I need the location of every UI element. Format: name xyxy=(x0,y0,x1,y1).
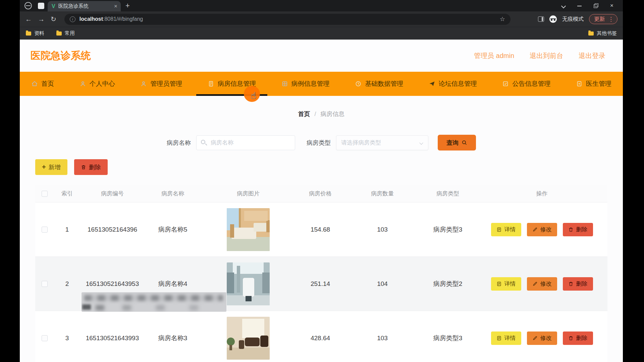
tab-group-icon[interactable] xyxy=(38,3,44,9)
detail-button[interactable]: 详情 xyxy=(491,277,521,291)
ward-type-label: 病房类型 xyxy=(307,139,331,147)
cell-ward-code: 165130521643993 xyxy=(80,335,144,342)
bookmark-folder-changyong[interactable]: 常用 xyxy=(56,30,75,37)
browser-window: V 医院急诊系统 × + × ← → ↻ i localhost :8081/#… xyxy=(20,0,623,362)
nav-label: 医生管理 xyxy=(586,79,611,88)
current-user: 管理员 admin xyxy=(474,51,514,60)
edit-button[interactable]: 修改 xyxy=(527,223,557,236)
add-button[interactable]: + 新增 xyxy=(35,159,67,175)
home-icon xyxy=(31,80,38,87)
nav-item-doctor-mgmt[interactable]: 医生管理 xyxy=(575,72,613,96)
nav-item-notice-info-mgmt[interactable]: 公告信息管理 xyxy=(501,72,552,96)
breadcrumb-current: 病房信息 xyxy=(321,110,345,118)
row-checkbox[interactable] xyxy=(42,281,48,287)
nav-item-home[interactable]: 首页 xyxy=(30,72,55,96)
trash-icon xyxy=(568,281,574,287)
ward-table: 索引 病房编号 病房名称 病房图片 病房价格 病房数量 病房类型 操作 1 16… xyxy=(35,185,607,362)
forward-button[interactable]: → xyxy=(38,15,45,23)
row-checkbox[interactable] xyxy=(42,335,48,341)
search-icon xyxy=(201,140,205,144)
close-button[interactable]: × xyxy=(609,3,614,8)
cell-ward-qty: 103 xyxy=(345,335,419,342)
ward-type-select[interactable]: 请选择病房类型 xyxy=(336,135,428,150)
back-button[interactable]: ← xyxy=(25,15,32,23)
search-icon xyxy=(462,140,467,145)
ward-file-icon xyxy=(208,80,214,87)
detail-button[interactable]: 详情 xyxy=(491,331,521,345)
ward-name-input[interactable] xyxy=(196,135,295,150)
detail-button[interactable]: 详情 xyxy=(491,223,521,236)
row-delete-button[interactable]: 删除 xyxy=(563,331,593,345)
nav-item-case-info-mgmt[interactable]: 病例信息管理 xyxy=(280,72,331,96)
query-label: 查询 xyxy=(446,139,459,147)
row-delete-button[interactable]: 删除 xyxy=(563,277,593,291)
col-ward-qty: 病房数量 xyxy=(345,190,419,197)
doctor-file-icon xyxy=(576,80,583,87)
nav-item-profile[interactable]: 个人中心 xyxy=(78,72,116,96)
nav-label: 基础数据管理 xyxy=(365,79,403,88)
tab-title: 医院急诊系统 xyxy=(58,3,111,9)
col-ward-code: 病房编号 xyxy=(80,190,144,197)
address-bar[interactable]: i localhost :8081/#/bingfang ☆ xyxy=(64,14,511,25)
table-row: 2 165130521643953 病房名称4 xyxy=(35,257,607,311)
row-checkbox[interactable] xyxy=(42,227,48,233)
delete-button[interactable]: 删除 xyxy=(74,159,108,175)
other-bookmarks[interactable]: 其他书签 xyxy=(588,30,617,37)
cell-ward-price: 251.14 xyxy=(295,280,345,288)
bookmark-star-icon[interactable]: ☆ xyxy=(500,15,505,23)
browser-tab[interactable]: V 医院急诊系统 × xyxy=(48,1,121,11)
breadcrumb: 首页 / 病房信息 xyxy=(20,96,623,118)
exit-to-front-link[interactable]: 退出到前台 xyxy=(530,51,563,60)
cell-ward-type: 病房类型2 xyxy=(419,280,476,288)
nav-item-admin-mgmt[interactable]: 管理员管理 xyxy=(139,72,183,96)
new-tab-button[interactable]: + xyxy=(125,1,130,10)
query-button[interactable]: 查询 xyxy=(438,135,476,150)
cell-index: 3 xyxy=(54,335,80,342)
update-button[interactable]: 更新 ⋮ xyxy=(589,14,618,24)
blurred-watermark xyxy=(82,292,226,312)
minimize-button[interactable] xyxy=(577,3,582,8)
logout-link[interactable]: 退出登录 xyxy=(579,51,605,60)
nav-item-forum-info-mgmt[interactable]: 论坛信息管理 xyxy=(427,72,478,96)
edit-button[interactable]: 修改 xyxy=(527,331,557,345)
cell-ward-name: 病房名称3 xyxy=(144,334,201,343)
col-actions: 操作 xyxy=(476,190,607,197)
menu-dots-icon[interactable]: ⋮ xyxy=(608,16,614,23)
cell-ward-qty: 103 xyxy=(345,226,419,233)
edit-label: 修改 xyxy=(540,280,552,288)
bookmarks-bar: 资料 常用 其他书签 xyxy=(20,27,623,40)
vue-favicon: V xyxy=(52,3,55,9)
detail-label: 详情 xyxy=(504,280,516,288)
row-delete-button[interactable]: 删除 xyxy=(563,223,593,236)
side-panel-icon[interactable] xyxy=(538,16,544,22)
toolbar-right: 无痕模式 更新 ⋮ xyxy=(538,14,618,24)
nav-item-base-data-mgmt[interactable]: 基础数据管理 xyxy=(354,72,405,96)
window-controls: × xyxy=(561,0,614,11)
nav-label: 病例信息管理 xyxy=(291,79,330,88)
select-all-checkbox[interactable] xyxy=(42,191,48,197)
cell-ward-name: 病房名称4 xyxy=(144,280,201,288)
site-title: 医院急诊系统 xyxy=(31,49,91,63)
nav-label: 论坛信息管理 xyxy=(439,79,477,88)
delete-label: 删除 xyxy=(89,163,101,171)
edit-button[interactable]: 修改 xyxy=(527,277,557,291)
cell-ward-code: 16513052164396 xyxy=(80,226,144,233)
bookmark-folder-ziliao[interactable]: 资料 xyxy=(26,30,44,37)
table-toolbar: + 新增 删除 xyxy=(35,159,623,175)
tab-close-icon[interactable]: × xyxy=(114,3,117,10)
browser-globe-icon[interactable] xyxy=(24,2,32,9)
table-row: 1 16513052164396 病房名称5 xyxy=(35,202,607,257)
other-bookmarks-label: 其他书签 xyxy=(597,30,617,37)
document-icon xyxy=(496,281,502,287)
col-ward-name: 病房名称 xyxy=(144,190,201,197)
row-delete-label: 删除 xyxy=(576,334,588,342)
tab-search-chevron-icon[interactable] xyxy=(561,3,566,8)
reload-button[interactable]: ↻ xyxy=(51,15,56,23)
restore-button[interactable] xyxy=(593,3,598,8)
browser-toolbar: ← → ↻ i localhost :8081/#/bingfang ☆ 无痕模… xyxy=(20,11,623,27)
send-icon xyxy=(429,80,435,87)
page-info-icon[interactable]: i xyxy=(70,16,75,22)
add-label: 新增 xyxy=(49,163,61,171)
breadcrumb-home[interactable]: 首页 xyxy=(298,110,310,118)
site-header: 医院急诊系统 管理员 admin 退出到前台 退出登录 xyxy=(20,40,623,72)
